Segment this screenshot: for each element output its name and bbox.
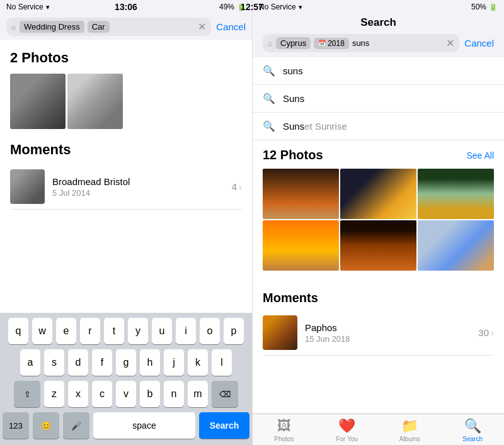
- tab-photos[interactable]: 🖼 Photos: [253, 418, 316, 442]
- suggestion-search-icon-1: 🔍: [263, 65, 275, 77]
- kb-mic[interactable]: 🎤: [63, 412, 89, 439]
- left-photo-1[interactable]: [10, 74, 66, 129]
- kb-bottom-row: 123 😊 🎤 space Search: [3, 412, 249, 439]
- right-status-bar: No Service ▾ 12:57 50% 🔋: [253, 0, 504, 14]
- mosaic-photo-5[interactable]: [340, 220, 416, 271]
- kb-row-3: ⇧ z x c v b n m ⌫: [3, 381, 249, 407]
- right-moment-date: 15 Jun 2018: [305, 334, 471, 344]
- photos-mosaic: [263, 169, 494, 271]
- suggestion-suns-lower[interactable]: 🔍 suns: [253, 57, 504, 85]
- right-moment-item[interactable]: Paphos 15 Jun 2018 30 ›: [263, 310, 494, 356]
- tab-search-label: Search: [462, 436, 483, 442]
- kb-r[interactable]: r: [80, 318, 100, 344]
- left-moment-name: Broadmead Bristol: [52, 176, 224, 187]
- left-wifi-icon: ▾: [46, 3, 50, 11]
- mosaic-photo-6[interactable]: [418, 220, 494, 271]
- right-cancel-button[interactable]: Cancel: [464, 38, 494, 48]
- left-time: 13:06: [115, 2, 137, 12]
- kb-x[interactable]: x: [68, 381, 88, 407]
- kb-h[interactable]: h: [140, 349, 160, 376]
- kb-q[interactable]: q: [8, 318, 28, 344]
- left-clear-button[interactable]: ✕: [198, 21, 206, 33]
- left-photo-2[interactable]: [67, 74, 123, 129]
- kb-emoji[interactable]: 😊: [33, 412, 59, 439]
- kb-t[interactable]: t: [104, 318, 124, 344]
- left-network-info: No Service ▾: [6, 3, 50, 11]
- left-moment-item[interactable]: Broadmead Bristol 5 Jul 2014 4 ›: [10, 164, 242, 210]
- kb-g[interactable]: g: [116, 349, 136, 376]
- left-tag-wedding[interactable]: Wedding Dress: [20, 21, 84, 33]
- tab-search-icon: 🔍: [464, 418, 481, 434]
- right-clear-button[interactable]: ✕: [446, 37, 454, 49]
- right-moment-name: Paphos: [305, 322, 471, 333]
- kb-l[interactable]: l: [212, 349, 232, 376]
- mosaic-photo-3[interactable]: [418, 169, 494, 219]
- right-tag-2018[interactable]: 📅 2018: [314, 38, 349, 49]
- kb-f[interactable]: f: [92, 349, 112, 376]
- kb-w[interactable]: w: [32, 318, 52, 344]
- kb-d[interactable]: d: [68, 349, 88, 376]
- right-network-label: No Service: [259, 3, 296, 11]
- right-moment-info: Paphos 15 Jun 2018: [305, 322, 471, 344]
- kb-num[interactable]: 123: [3, 412, 29, 439]
- left-moments-section: Moments Broadmead Bristol 5 Jul 2014 4 ›: [10, 142, 242, 210]
- suggestion-sunset[interactable]: 🔍 Sunset Sunrise: [253, 113, 504, 140]
- right-photos-count: 12 Photos: [263, 148, 323, 162]
- tab-albums-icon: 📁: [401, 418, 418, 434]
- right-moment-count: 30 ›: [478, 327, 494, 338]
- left-moments-title: Moments: [10, 142, 242, 158]
- photos-section-header: 12 Photos See All: [263, 148, 494, 162]
- mosaic-photo-2[interactable]: [340, 169, 416, 219]
- suggestion-suns-upper[interactable]: 🔍 Suns: [253, 85, 504, 113]
- suggestion-text-3: Sunset Sunrise: [283, 121, 347, 132]
- see-all-button[interactable]: See All: [466, 150, 494, 161]
- tab-for-you-label: For You: [336, 436, 357, 442]
- left-moment-info: Broadmead Bristol 5 Jul 2014: [52, 176, 224, 198]
- right-search-icon: ⌕: [268, 38, 273, 48]
- kb-z[interactable]: z: [44, 381, 64, 407]
- kb-y[interactable]: y: [128, 318, 148, 344]
- kb-k[interactable]: k: [188, 349, 208, 376]
- kb-n[interactable]: n: [164, 381, 184, 407]
- mosaic-photo-4[interactable]: [263, 220, 339, 271]
- kb-search-button[interactable]: Search: [199, 412, 249, 439]
- right-wifi-icon: ▾: [299, 3, 302, 11]
- kb-space[interactable]: space: [93, 412, 195, 439]
- tab-search[interactable]: 🔍 Search: [441, 418, 504, 442]
- kb-o[interactable]: o: [200, 318, 220, 344]
- kb-p[interactable]: p: [224, 318, 244, 344]
- tab-for-you[interactable]: ❤️ For You: [316, 418, 379, 442]
- kb-e[interactable]: e: [56, 318, 76, 344]
- left-photos-grid: [10, 74, 242, 129]
- kb-j[interactable]: j: [164, 349, 184, 376]
- tab-albums[interactable]: 📁 Albums: [379, 418, 442, 442]
- kb-row-1: q w e r t y u i o p: [3, 318, 249, 344]
- kb-b[interactable]: b: [140, 381, 160, 407]
- left-search-input[interactable]: ⌕ Wedding Dress Car ✕: [6, 18, 211, 36]
- right-content: 🔍 suns 🔍 Suns 🔍 Sunset Sunrise 12 Photos…: [253, 57, 504, 414]
- left-battery-pct: 49%: [219, 3, 234, 11]
- right-moments-title: Moments: [263, 291, 494, 305]
- kb-i[interactable]: i: [176, 318, 196, 344]
- calendar-icon: 📅: [318, 40, 326, 47]
- kb-c[interactable]: c: [92, 381, 112, 407]
- kb-delete[interactable]: ⌫: [212, 381, 238, 407]
- left-tag-car[interactable]: Car: [88, 21, 110, 33]
- right-search-input[interactable]: ⌕ Cyprus 📅 2018 suns ✕: [263, 34, 459, 52]
- mosaic-photo-1[interactable]: [263, 169, 339, 219]
- right-tag-cyprus[interactable]: Cyprus: [276, 37, 311, 49]
- left-cancel-button[interactable]: Cancel: [216, 21, 246, 32]
- tab-photos-icon: 🖼: [277, 418, 291, 434]
- left-search-bar: ⌕ Wedding Dress Car ✕ Cancel: [0, 14, 252, 40]
- right-header: Search ⌕ Cyprus 📅 2018 suns ✕ Cancel: [253, 14, 504, 57]
- kb-shift[interactable]: ⇧: [14, 381, 40, 407]
- left-content: 2 Photos Moments Broadmead Bristol 5 Jul…: [0, 40, 252, 313]
- right-network-info: No Service ▾: [259, 3, 302, 11]
- kb-u[interactable]: u: [152, 318, 172, 344]
- right-battery-info: 50% 🔋: [471, 3, 498, 11]
- kb-v[interactable]: v: [116, 381, 136, 407]
- kb-a[interactable]: a: [20, 349, 40, 376]
- kb-m[interactable]: m: [188, 381, 208, 407]
- kb-s[interactable]: s: [44, 349, 64, 376]
- keyboard: q w e r t y u i o p a s d f g h j k l ⇧ …: [0, 313, 252, 445]
